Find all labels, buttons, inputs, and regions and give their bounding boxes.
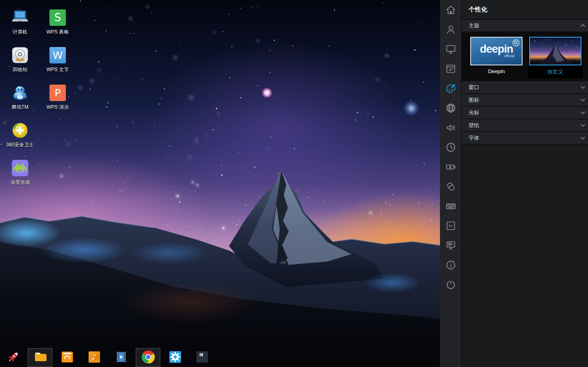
- system-info-icon: [445, 260, 456, 271]
- section-label: 主题: [469, 22, 580, 29]
- terminal-icon: $: [195, 350, 209, 366]
- desktop-icon-qq[interactable]: 腾讯TM: [1, 81, 39, 119]
- desktop-icon-recycle[interactable]: ♻ 回收站: [1, 43, 39, 81]
- dock-item-terminal[interactable]: $: [190, 348, 214, 367]
- panel-header: 个性化: [462, 0, 588, 20]
- time-icon: [445, 142, 456, 153]
- section-label: 字体: [469, 134, 580, 142]
- computer-icon: [11, 8, 29, 27]
- chevron-down-icon[interactable]: [580, 110, 586, 116]
- network-icon: [445, 103, 456, 114]
- chevron-down-icon[interactable]: [580, 97, 586, 103]
- dock-item-chrome[interactable]: [136, 348, 160, 367]
- svg-text:W: W: [53, 49, 63, 61]
- section-label: 图标: [469, 96, 580, 104]
- desktop-icon-label: 360安全卫士: [6, 141, 34, 148]
- desktop-icon-safe360[interactable]: 360安全卫士: [1, 119, 39, 156]
- sidebar-item-default-apps[interactable]: [440, 59, 461, 78]
- sidebar-item-keyboard[interactable]: [440, 196, 461, 216]
- shortcuts-icon: fn: [445, 220, 456, 231]
- sidebar-item-shutdown[interactable]: [440, 275, 461, 294]
- section-row-icons[interactable]: 图标: [462, 94, 588, 106]
- sidebar-item-network[interactable]: [440, 98, 461, 118]
- chevron-down-icon[interactable]: [580, 135, 586, 141]
- dock-item-settings[interactable]: [163, 348, 187, 367]
- page-title: 个性化: [469, 6, 488, 13]
- section-row-cursor[interactable]: 光标: [462, 107, 588, 119]
- sidebar-item-personalization[interactable]: [440, 78, 461, 98]
- files-icon: [33, 350, 47, 366]
- theme-section-body: deepin official Deepin: [462, 32, 588, 81]
- sidebar-item-account[interactable]: [440, 20, 461, 39]
- section-row-window[interactable]: 窗口: [462, 81, 588, 93]
- movie-icon: [114, 350, 128, 366]
- dock-item-music[interactable]: ♪: [82, 348, 106, 367]
- power-icon: [445, 161, 456, 172]
- custom-theme-thumbnail[interactable]: [529, 37, 581, 65]
- section-row-wallpaper[interactable]: 壁纸: [462, 119, 588, 131]
- svg-text:♻: ♻: [17, 51, 23, 58]
- desktop-icon-grid: 计算机♻ 回收站 腾讯TM 360安全卫士 深度游戏S WPS 表格W WPS …: [1, 6, 76, 194]
- wps-w-icon: W: [48, 46, 67, 65]
- sound-icon: [445, 122, 456, 133]
- svg-text:P: P: [54, 87, 61, 99]
- dock-item-movie[interactable]: [109, 348, 133, 367]
- keyboard-icon: [445, 201, 456, 212]
- dock-item-launcher[interactable]: [1, 348, 25, 367]
- boot-icon: [445, 240, 456, 251]
- dock: ♪$: [0, 348, 440, 367]
- theme-option-label[interactable]: Deepin: [488, 68, 505, 74]
- home-icon: [445, 4, 456, 16]
- deepin-theme-thumbnail[interactable]: deepin official: [470, 37, 523, 65]
- sidebar-item-home[interactable]: [440, 0, 461, 20]
- desktop-icon-label: WPS 演示: [47, 104, 69, 111]
- desktop-icon-wps-p[interactable]: P WPS 演示: [39, 81, 76, 119]
- dock-item-files[interactable]: [28, 348, 52, 367]
- default-apps-icon: [445, 63, 456, 74]
- deepin-logo-text: deepin: [480, 44, 513, 54]
- desktop-icon-wps-w[interactable]: W WPS 文字: [39, 43, 76, 81]
- custom-thumb-mountain: [530, 38, 581, 65]
- qq-icon: [11, 83, 29, 102]
- desktop-icon-computer[interactable]: 计算机: [1, 6, 39, 43]
- chrome-icon: [141, 350, 155, 366]
- chevron-down-icon[interactable]: [580, 84, 586, 90]
- dock-item-appstore[interactable]: [55, 348, 79, 367]
- theme-option-label[interactable]: 自定义: [548, 68, 563, 76]
- mouse-icon: [445, 181, 456, 192]
- desktop-icon-label: 深度游戏: [10, 179, 30, 186]
- desktop-icon-label: WPS 文字: [47, 66, 69, 73]
- chevron-up-icon[interactable]: [580, 22, 586, 29]
- sidebar-item-boot[interactable]: [440, 235, 461, 255]
- section-row-theme[interactable]: 主题: [462, 20, 588, 31]
- sidebar-item-time[interactable]: [440, 137, 461, 157]
- section-label: 光标: [469, 109, 580, 116]
- launcher-icon: [6, 350, 20, 366]
- desktop-icon-games[interactable]: 深度游戏: [1, 156, 39, 194]
- shutdown-icon: [445, 279, 456, 290]
- safe360-icon: [11, 121, 29, 140]
- sidebar-item-display[interactable]: [440, 39, 461, 59]
- section-row-font[interactable]: 字体: [462, 132, 588, 144]
- sidebar-item-mouse[interactable]: [440, 177, 461, 196]
- sidebar-item-sound[interactable]: [440, 118, 461, 137]
- music-icon: ♪: [87, 350, 101, 366]
- theme-option-custom[interactable]: 自定义: [528, 37, 583, 78]
- deepin-logo-subtext: official: [504, 54, 514, 58]
- sidebar-item-power[interactable]: [440, 157, 461, 177]
- desktop-icon-wps-s[interactable]: S WPS 表格: [39, 6, 76, 43]
- svg-text:$: $: [199, 353, 201, 357]
- collapsed-section-rows: 窗口 图标 光标 壁纸 字体: [462, 81, 588, 145]
- recycle-icon: ♻: [11, 46, 29, 65]
- theme-option-deepin[interactable]: deepin official Deepin: [469, 37, 524, 78]
- sidebar-item-system-info[interactable]: [440, 255, 461, 275]
- account-icon: [445, 24, 456, 35]
- desktop-icon-label: 腾讯TM: [11, 104, 28, 111]
- chevron-down-icon[interactable]: [580, 122, 586, 128]
- settings-icon: [168, 350, 182, 366]
- desktop-icon-label: 回收站: [13, 66, 27, 73]
- sidebar-item-shortcuts[interactable]: fn: [440, 216, 461, 235]
- display-icon: [445, 44, 456, 55]
- magnifier-icon[interactable]: [512, 39, 520, 47]
- desktop-icon-label: 计算机: [13, 29, 27, 36]
